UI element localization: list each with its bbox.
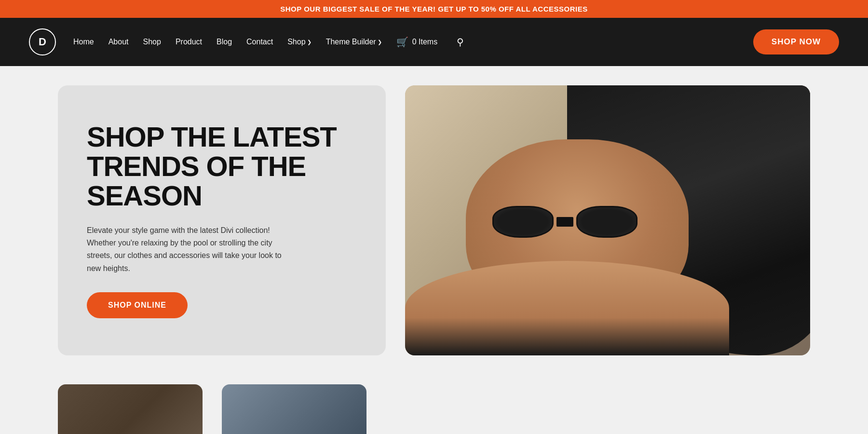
search-button[interactable]: ⚲ [457,36,464,48]
nav-item-shop-dropdown[interactable]: Shop [287,38,311,46]
navbar-left: D Home About Shop Product Blog Contact S… [29,28,464,55]
nav-item-product[interactable]: Product [176,38,202,46]
nav-link-contact[interactable]: Contact [246,38,273,46]
nav-item-blog[interactable]: Blog [217,38,232,46]
nav-link-product[interactable]: Product [176,38,202,46]
navbar-right: SHOP NOW [753,29,839,54]
nav-link-shop-dropdown[interactable]: Shop [287,38,311,46]
right-lens [576,206,637,238]
nav-item-cart[interactable]: 🛒 0 Items [396,36,437,48]
nav-item-contact[interactable]: Contact [246,38,273,46]
shoulder [405,261,729,355]
shop-online-button[interactable]: SHOP ONLINE [87,292,188,318]
hero-image-container [405,85,810,355]
nav-item-about[interactable]: About [108,38,129,46]
thumbnail-2[interactable] [222,384,366,434]
hero-title: SHOP THE LATEST TRENDS OF THE SEASON [87,122,357,211]
left-lens [492,206,554,238]
sunglasses [492,206,637,238]
logo[interactable]: D [29,28,56,55]
nav-link-home[interactable]: Home [73,38,94,46]
hero-section: SHOP THE LATEST TRENDS OF THE SEASON Ele… [0,66,868,375]
nav-link-theme-builder[interactable]: Theme Builder [326,38,382,46]
shop-now-button[interactable]: SHOP NOW [753,29,839,54]
thumbnail-1[interactable] [58,384,203,434]
nav-link-shop[interactable]: Shop [143,38,161,46]
nav-links: Home About Shop Product Blog Contact Sho… [73,36,464,48]
top-banner: SHOP OUR BIGGEST SALE OF THE YEAR! GET U… [0,0,868,18]
nav-link-about[interactable]: About [108,38,129,46]
bottom-thumbnails [0,375,868,434]
nav-item-shop[interactable]: Shop [143,38,161,46]
cart-count: 0 Items [412,38,437,46]
banner-text: SHOP OUR BIGGEST SALE OF THE YEAR! GET U… [280,5,587,13]
logo-letter: D [39,36,46,48]
search-icon: ⚲ [457,37,464,47]
navbar: D Home About Shop Product Blog Contact S… [0,18,868,66]
nav-item-search[interactable]: ⚲ [452,36,464,48]
hero-description: Elevate your style game with the latest … [87,224,289,275]
lens-bridge [556,217,573,227]
cart-icon: 🛒 [396,36,408,48]
nav-link-blog[interactable]: Blog [217,38,232,46]
nav-item-theme-builder[interactable]: Theme Builder [326,38,382,46]
hero-left-card: SHOP THE LATEST TRENDS OF THE SEASON Ele… [58,85,386,355]
nav-item-home[interactable]: Home [73,38,94,46]
hero-image [405,85,810,355]
